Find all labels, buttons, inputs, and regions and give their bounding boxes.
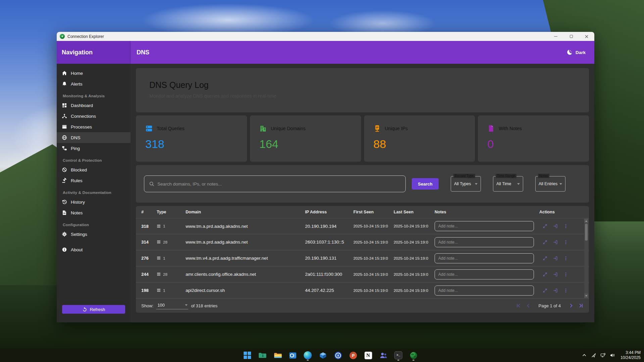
expand-icon[interactable] [543, 224, 547, 228]
page-size-group: Show: 100 of 318 entries [141, 302, 217, 309]
scroll-down-button[interactable] [584, 294, 588, 298]
taskbar-connection-explorer-icon[interactable] [409, 350, 418, 361]
stat-label: Total Queries [157, 126, 184, 131]
row-number: 198 [141, 288, 157, 293]
page-size-select[interactable]: 100 [156, 302, 188, 309]
next-page-button[interactable] [568, 303, 574, 308]
sidebar-item-home[interactable]: Home [57, 68, 131, 79]
sidebar-section-configuration: Configuration [57, 218, 131, 229]
clock-time: 3:44 PM [621, 350, 641, 355]
more-options-icon[interactable] [563, 256, 568, 261]
sidebar-item-notes[interactable]: Notes [57, 207, 131, 218]
close-icon [585, 35, 588, 38]
sidebar-item-label: Blocked [71, 167, 87, 172]
sidebar-item-blocked[interactable]: Blocked [57, 164, 131, 175]
expand-icon[interactable] [543, 256, 547, 261]
sidebar-item-history[interactable]: History [57, 197, 131, 207]
sidebar: Home Alerts Monitoring & Analysis Dashbo… [57, 64, 131, 322]
sidebar-item-dns[interactable]: DNS [57, 132, 131, 143]
taskbar-file-explorer-icon[interactable] [274, 350, 282, 361]
note-input[interactable] [435, 237, 534, 247]
note-input[interactable] [435, 269, 534, 279]
sidebar-item-dashboard[interactable]: Dashboard [57, 100, 131, 111]
window-icon [62, 124, 67, 130]
column-header: Type [157, 210, 186, 214]
ip-cell: 2603:1037:1:130::5 [305, 240, 353, 245]
table-scrollbar[interactable] [584, 219, 588, 298]
stat-value: 88 [374, 138, 466, 151]
search-button[interactable]: Search [412, 178, 439, 190]
taskbar-clock[interactable]: 3:44 PM 10/24/2025 [621, 350, 641, 360]
open-in-new-icon[interactable] [553, 240, 558, 245]
sidebar-item-ping[interactable]: Ping [57, 143, 131, 154]
note-input[interactable] [435, 253, 534, 263]
column-header: IP Address [305, 210, 353, 214]
expand-icon[interactable] [543, 272, 547, 277]
refresh-button[interactable]: Refresh [62, 305, 125, 314]
minimize-button[interactable] [548, 32, 563, 41]
sidebar-item-settings[interactable]: Settings [57, 229, 131, 240]
taskbar-teams-icon[interactable] [379, 350, 388, 361]
sidebar-item-label: Ping [71, 146, 80, 151]
stat-card-total-queries: Total Queries 318 [136, 115, 247, 162]
open-in-new-icon[interactable] [553, 272, 558, 277]
gavel-icon [62, 178, 67, 183]
taskbar-powerpoint-icon[interactable]: P [349, 350, 357, 361]
search-icon [149, 181, 154, 187]
more-options-icon[interactable] [563, 224, 568, 228]
tray-network-icon[interactable] [600, 353, 606, 358]
maximize-button[interactable] [563, 32, 579, 41]
expand-icon[interactable] [543, 288, 547, 293]
time-range-dropdown[interactable]: Time Range All Time [493, 176, 523, 192]
tray-chevron-up-icon[interactable] [582, 353, 587, 358]
taskbar-outlook-icon[interactable] [289, 350, 297, 361]
open-in-new-icon[interactable] [553, 288, 558, 293]
taskbar-downloads-folder-icon[interactable] [258, 350, 267, 361]
sidebar-item-rules[interactable]: Rules [57, 175, 131, 186]
sidebar-item-alerts[interactable]: Alerts [57, 79, 131, 89]
close-button[interactable] [579, 32, 594, 41]
sidebar-item-processes[interactable]: Processes [57, 121, 131, 132]
record-type-dropdown[interactable]: Record Type All Types [451, 176, 481, 192]
scrollbar-thumb[interactable] [585, 224, 588, 241]
dropdown-value: All Entries [539, 182, 557, 186]
expand-icon[interactable] [543, 240, 547, 245]
sidebar-item-connections[interactable]: Connections [57, 111, 131, 121]
theme-toggle[interactable]: Dark [566, 49, 586, 56]
record-type-icon [157, 240, 161, 244]
more-options-icon[interactable] [563, 272, 568, 277]
last-page-button[interactable] [578, 303, 584, 308]
domain-building-icon [259, 125, 267, 132]
taskbar-terminal-icon[interactable]: >_ [394, 350, 403, 361]
edge-logo [304, 351, 312, 359]
first-page-button[interactable] [516, 303, 521, 308]
open-in-new-icon[interactable] [553, 256, 558, 261]
pagination: Page 1 of 4 [516, 303, 584, 308]
tray-location-icon[interactable] [591, 353, 596, 358]
taskbar-start-button[interactable] [243, 350, 252, 361]
notes-filter-dropdown[interactable]: Notes All Entries [535, 176, 565, 192]
taskbar-blue-box-app-icon[interactable] [319, 350, 327, 361]
record-type-icon [157, 256, 161, 260]
tray-volume-icon[interactable] [610, 353, 615, 358]
taskbar-edge-icon[interactable] [304, 350, 312, 361]
scroll-up-button[interactable] [584, 219, 588, 223]
search-input[interactable] [157, 182, 401, 187]
window-titlebar[interactable]: Connection Explorer [57, 32, 594, 41]
dns-table-card: # Type Domain IP Address First Seen Last… [136, 206, 589, 313]
domain-cell: www.tm.a.prd.aadg.akadns.net [186, 224, 305, 229]
note-input[interactable] [435, 221, 534, 231]
previous-page-button[interactable] [526, 303, 531, 308]
note-input[interactable] [435, 286, 534, 296]
taskbar-notion-icon[interactable]: N [364, 350, 373, 361]
sidebar-item-label: About [71, 247, 83, 252]
table-row: 198 1 api2direct.cursor.sh 44.207.42.225… [136, 282, 589, 299]
first-seen-cell: 2025-10-24 15:19:0 [353, 288, 394, 293]
open-in-new-icon[interactable] [553, 224, 558, 228]
more-options-icon[interactable] [563, 240, 568, 245]
ip-device-icon: IP [374, 125, 381, 132]
more-options-icon[interactable] [563, 288, 568, 293]
taskbar-1password-icon[interactable] [334, 350, 342, 361]
sidebar-item-about[interactable]: About [57, 244, 131, 255]
main-content: DNS Query Log Monitor and analyze DNS qu… [131, 64, 594, 322]
